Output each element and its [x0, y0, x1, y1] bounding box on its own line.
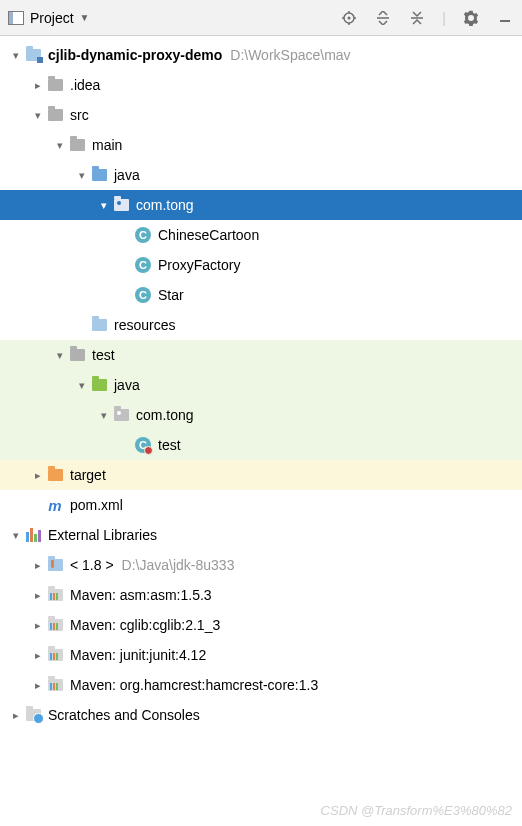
chevron-right-icon[interactable]: ▸	[30, 469, 46, 482]
tree-item-label: src	[70, 107, 89, 123]
lib-hamcrest[interactable]: ▸Maven: org.hamcrest:hamcrest-core:1.3	[0, 670, 522, 700]
project-title[interactable]: Project	[30, 10, 74, 26]
folder-test[interactable]: ▾test	[0, 340, 522, 370]
tree-item-label: ChineseCartoon	[158, 227, 259, 243]
tree-item-label: com.tong	[136, 407, 194, 423]
lib-jdk[interactable]: ▸< 1.8 >D:\Java\jdk-8u333	[0, 550, 522, 580]
tree-item-label: main	[92, 137, 122, 153]
chevron-down-icon[interactable]: ▾	[52, 139, 68, 152]
class-icon: C	[134, 227, 152, 243]
class-test[interactable]: ▸Ctest	[0, 430, 522, 460]
folder-target[interactable]: ▸target	[0, 460, 522, 490]
chevron-down-icon[interactable]: ▾	[52, 349, 68, 362]
tree-item-label: com.tong	[136, 197, 194, 213]
tree-item-label: < 1.8 >	[70, 557, 114, 573]
chevron-right-icon[interactable]: ▸	[8, 709, 24, 722]
svg-rect-6	[500, 20, 510, 22]
scratches-consoles[interactable]: ▸Scratches and Consoles	[0, 700, 522, 730]
module-icon	[24, 47, 42, 63]
source-folder-icon	[90, 167, 108, 183]
class-star[interactable]: ▸CStar	[0, 280, 522, 310]
expand-all-icon[interactable]	[374, 9, 392, 27]
tree-item-label: java	[114, 167, 140, 183]
chevron-down-icon[interactable]: ▾	[8, 49, 24, 62]
tree-item-path: D:\Java\jdk-8u333	[122, 557, 235, 573]
tree-item-label: cjlib-dynamic-proxy-demo	[48, 47, 222, 63]
scratches-icon	[24, 707, 42, 723]
folder-icon	[46, 77, 64, 93]
separator: |	[442, 10, 446, 26]
library-icon	[46, 587, 64, 603]
tree-item-label: test	[158, 437, 181, 453]
tree-item-label: Maven: junit:junit:4.12	[70, 647, 206, 663]
collapse-all-icon[interactable]	[408, 9, 426, 27]
chevron-down-icon[interactable]: ▾	[8, 529, 24, 542]
chevron-down-icon[interactable]: ▾	[30, 109, 46, 122]
header-left: Project ▼	[8, 10, 340, 26]
tree-item-label: target	[70, 467, 106, 483]
project-tree[interactable]: ▾cjlib-dynamic-proxy-demoD:\WorkSpace\ma…	[0, 36, 522, 730]
gear-icon[interactable]	[462, 9, 480, 27]
folder-icon	[68, 137, 86, 153]
project-view-icon	[8, 11, 24, 25]
folder-java-main[interactable]: ▾java	[0, 160, 522, 190]
folder-src[interactable]: ▾src	[0, 100, 522, 130]
file-pom[interactable]: ▸mpom.xml	[0, 490, 522, 520]
select-opened-file-icon[interactable]	[340, 9, 358, 27]
project-root[interactable]: ▾cjlib-dynamic-proxy-demoD:\WorkSpace\ma…	[0, 40, 522, 70]
test-class-icon: C	[134, 437, 152, 453]
chevron-down-icon[interactable]: ▾	[96, 409, 112, 422]
folder-icon	[68, 347, 86, 363]
chevron-right-icon[interactable]: ▸	[30, 589, 46, 602]
chevron-right-icon[interactable]: ▸	[30, 679, 46, 692]
chevron-down-icon[interactable]: ▾	[74, 379, 90, 392]
lib-junit[interactable]: ▸Maven: junit:junit:4.12	[0, 640, 522, 670]
watermark: CSDN @Transform%E3%80%82	[321, 803, 512, 818]
library-icon	[46, 617, 64, 633]
class-chinesecartoon[interactable]: ▸CChineseCartoon	[0, 220, 522, 250]
header-toolbar: |	[340, 9, 514, 27]
chevron-down-icon[interactable]: ▾	[96, 199, 112, 212]
chevron-right-icon[interactable]: ▸	[30, 619, 46, 632]
class-proxyfactory[interactable]: ▸CProxyFactory	[0, 250, 522, 280]
project-tool-window-header: Project ▼ |	[0, 0, 522, 36]
jdk-icon	[46, 557, 64, 573]
tree-item-label: External Libraries	[48, 527, 157, 543]
package-icon	[112, 407, 130, 423]
tree-item-path: D:\WorkSpace\mav	[230, 47, 350, 63]
svg-point-1	[348, 16, 351, 19]
lib-cglib[interactable]: ▸Maven: cglib:cglib:2.1_3	[0, 610, 522, 640]
lib-asm[interactable]: ▸Maven: asm:asm:1.5.3	[0, 580, 522, 610]
maven-icon: m	[46, 497, 64, 513]
resources-folder-icon	[90, 317, 108, 333]
tree-item-label: test	[92, 347, 115, 363]
chevron-right-icon[interactable]: ▸	[30, 79, 46, 92]
tree-item-label: resources	[114, 317, 175, 333]
package-com-tong-test[interactable]: ▾com.tong	[0, 400, 522, 430]
package-com-tong[interactable]: ▾com.tong	[0, 190, 522, 220]
tree-item-label: .idea	[70, 77, 100, 93]
folder-resources[interactable]: ▸resources	[0, 310, 522, 340]
chevron-right-icon[interactable]: ▸	[30, 559, 46, 572]
chevron-right-icon[interactable]: ▸	[30, 649, 46, 662]
folder-icon	[46, 107, 64, 123]
external-libraries-icon	[24, 527, 42, 543]
folder-java-test[interactable]: ▾java	[0, 370, 522, 400]
chevron-down-icon[interactable]: ▾	[74, 169, 90, 182]
package-icon	[112, 197, 130, 213]
tree-item-label: Star	[158, 287, 184, 303]
class-icon: C	[134, 257, 152, 273]
tree-item-label: ProxyFactory	[158, 257, 240, 273]
hide-icon[interactable]	[496, 9, 514, 27]
tree-item-label: java	[114, 377, 140, 393]
tree-item-label: Maven: asm:asm:1.5.3	[70, 587, 212, 603]
tree-item-label: Scratches and Consoles	[48, 707, 200, 723]
library-icon	[46, 647, 64, 663]
chevron-down-icon[interactable]: ▼	[80, 12, 90, 23]
library-icon	[46, 677, 64, 693]
tree-item-label: pom.xml	[70, 497, 123, 513]
folder-main[interactable]: ▾main	[0, 130, 522, 160]
tree-item-label: Maven: cglib:cglib:2.1_3	[70, 617, 220, 633]
external-libraries[interactable]: ▾External Libraries	[0, 520, 522, 550]
folder-idea[interactable]: ▸.idea	[0, 70, 522, 100]
